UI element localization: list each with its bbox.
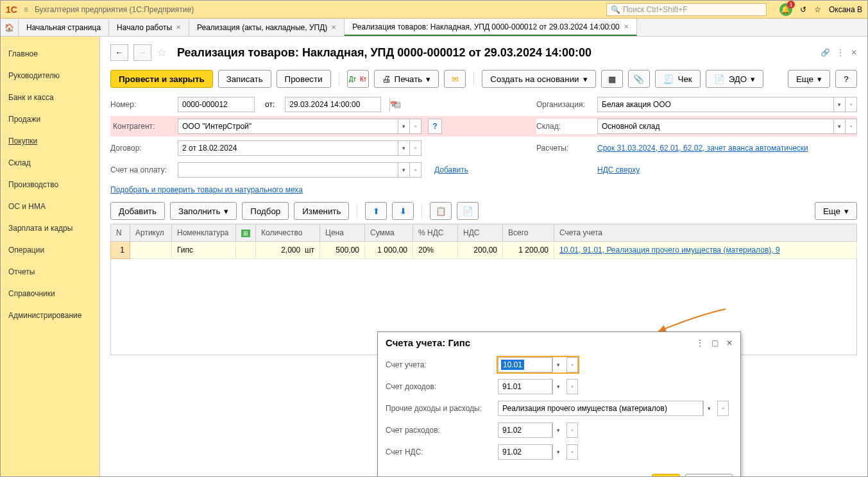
cell-qty[interactable]: 2,000 шт (256, 242, 320, 259)
cell-accounts[interactable]: 10.01, 91.01, Реализация прочего имущест… (554, 242, 857, 259)
sidebar-item-assets[interactable]: ОС и НМА (1, 196, 99, 217)
sidebar-item-main[interactable]: Главное (1, 43, 99, 65)
edo-button[interactable]: 📄ЭДО▾ (706, 70, 764, 88)
open-icon[interactable]: ▫ (566, 423, 578, 438)
home-icon[interactable]: 🏠 (1, 19, 19, 36)
table-more-button[interactable]: Еще▾ (815, 202, 857, 220)
sidebar-item-warehouse[interactable]: Склад (1, 152, 99, 174)
back-button[interactable]: ← (110, 44, 128, 61)
dropdown-icon[interactable]: ▾ (833, 97, 845, 112)
close-icon[interactable]: ✕ (624, 23, 629, 30)
table-add-button[interactable]: Добавить (110, 202, 165, 220)
sidebar-item-reports[interactable]: Отчеты (1, 261, 99, 283)
favorite-icon[interactable]: ☆ (814, 5, 821, 14)
dropdown-icon[interactable]: ▾ (398, 119, 409, 133)
history-icon[interactable]: ↺ (800, 5, 806, 14)
number-input[interactable] (178, 97, 255, 112)
sidebar-item-admin[interactable]: Администрирование (1, 305, 99, 326)
save-button[interactable]: Записать (218, 70, 271, 88)
col-nomenclature[interactable]: Номенклатура (172, 224, 236, 242)
col-accounts[interactable]: Счета учета (554, 224, 857, 242)
forward-button[interactable]: → (133, 44, 151, 61)
sidebar-item-sales[interactable]: Продажи (1, 108, 99, 130)
cell-n[interactable]: 1 (111, 242, 130, 259)
more-icon[interactable]: ⋮ (837, 48, 844, 57)
dropdown-icon[interactable]: ▾ (552, 379, 564, 394)
tab-realization-list[interactable]: Реализация (акты, накладные, УПД)✕ (189, 19, 345, 36)
tab-start[interactable]: Начало работы✕ (109, 19, 189, 36)
paste-button[interactable]: 📄 (457, 202, 479, 220)
dropdown-icon[interactable]: ▾ (552, 423, 564, 438)
vat-mode-link[interactable]: НДС сверху (597, 165, 640, 174)
close-page-icon[interactable]: ✕ (851, 48, 857, 57)
fur-goods-link[interactable]: Подобрать и проверить товары из натураль… (110, 185, 303, 194)
sidebar-item-catalogs[interactable]: Справочники (1, 283, 99, 305)
sidebar-item-operations[interactable]: Операции (1, 239, 99, 261)
organization-input[interactable]: ▾ ▫ (597, 97, 857, 112)
dropdown-icon[interactable]: ▾ (552, 357, 564, 372)
cell-sum[interactable]: 1 000,00 (365, 242, 413, 259)
popup-more-icon[interactable]: ⋮ (696, 339, 704, 347)
warehouse-input[interactable]: ▾ ▫ (597, 119, 857, 134)
col-qty[interactable]: Количество (256, 224, 320, 242)
add-invoice-link[interactable]: Добавить (434, 165, 468, 174)
close-icon[interactable]: ✕ (176, 24, 181, 31)
more-button[interactable]: Еще▾ (788, 70, 830, 88)
open-icon[interactable]: ▫ (566, 379, 578, 394)
other-income-input[interactable]: ▾ ▫ (498, 401, 733, 416)
open-icon[interactable]: ▫ (566, 357, 578, 372)
print-button[interactable]: 🖨Печать▾ (374, 70, 439, 88)
close-icon[interactable]: ✕ (331, 24, 336, 31)
notifications-icon[interactable]: 🔔 (779, 3, 792, 16)
contragent-info-button[interactable]: ? (428, 119, 442, 134)
cell-vat-rate[interactable]: 20% (413, 242, 458, 259)
contragent-input[interactable]: ▾ ▫ (178, 119, 421, 134)
menu-icon[interactable]: ≡ (24, 5, 28, 14)
col-price[interactable]: Цена (320, 224, 365, 242)
open-icon[interactable]: ▫ (409, 141, 421, 155)
sidebar-item-production[interactable]: Производство (1, 174, 99, 196)
open-icon[interactable]: ▫ (566, 444, 578, 460)
col-total[interactable]: Всего (503, 224, 554, 242)
post-and-close-button[interactable]: Провести и закрыть (110, 70, 213, 88)
structure-button[interactable]: ▦ (601, 70, 623, 88)
move-down-button[interactable]: ⬇ (392, 202, 414, 220)
open-icon[interactable]: ▫ (717, 401, 729, 416)
col-n[interactable]: N (111, 224, 130, 242)
col-article[interactable]: Артикул (130, 224, 172, 242)
link-icon[interactable]: 🔗 (821, 48, 830, 57)
dropdown-icon[interactable]: ▾ (552, 444, 564, 460)
global-search-input[interactable]: 🔍 Поиск Ctrl+Shift+F (606, 3, 767, 16)
tab-document[interactable]: Реализация товаров: Накладная, УПД 0000-… (345, 19, 636, 36)
dropdown-icon[interactable]: ▾ (703, 401, 715, 416)
table-fill-button[interactable]: Заполнить▾ (170, 202, 237, 220)
check-button[interactable]: 🧾Чек (655, 70, 701, 88)
post-button[interactable]: Провести (277, 70, 331, 88)
income-account-input[interactable]: ▾ ▫ (498, 379, 578, 394)
sidebar-item-purchases[interactable]: Покупки (1, 130, 99, 152)
date-input[interactable]: 📅 (285, 97, 381, 112)
col-marker[interactable]: ⊞ (236, 224, 256, 242)
popup-ok-button[interactable]: ОК (652, 474, 681, 476)
open-icon[interactable]: ▫ (409, 119, 421, 133)
dropdown-icon[interactable]: ▾ (398, 141, 409, 155)
open-icon[interactable]: ▫ (409, 163, 421, 177)
expense-account-input[interactable]: ▾ ▫ (498, 423, 578, 438)
col-vat[interactable]: НДС (458, 224, 503, 242)
mail-button[interactable]: ✉ (444, 70, 466, 88)
help-button[interactable]: ? (835, 70, 857, 88)
open-icon[interactable]: ▫ (845, 97, 856, 112)
account-input[interactable]: 10.01 ▾ ▫ (498, 357, 578, 372)
form-view-icon[interactable]: ▤ (394, 100, 401, 109)
popup-cancel-button[interactable]: Отмена (685, 474, 733, 476)
attachment-button[interactable]: 📎 (628, 70, 650, 88)
dropdown-icon[interactable]: ▾ (833, 119, 845, 133)
vat-account-input[interactable]: ▾ ▫ (498, 444, 578, 460)
cell-vat[interactable]: 200,00 (458, 242, 503, 259)
col-vat-rate[interactable]: % НДС (413, 224, 458, 242)
cell-price[interactable]: 500,00 (320, 242, 365, 259)
dropdown-icon[interactable]: ▾ (398, 163, 409, 177)
copy-button[interactable]: 📋 (430, 202, 452, 220)
sidebar-item-bank[interactable]: Банк и касса (1, 87, 99, 108)
create-based-on-button[interactable]: Создать на основании▾ (482, 70, 595, 88)
